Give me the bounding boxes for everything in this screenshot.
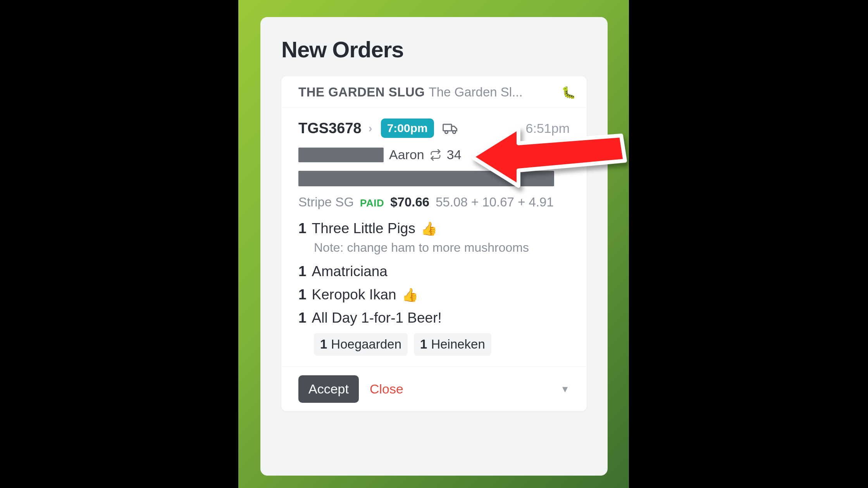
sub-item: 1 Hoegaarden [314,333,408,356]
customer-name: Aaron [389,147,424,162]
delivery-truck-icon [442,122,459,135]
redacted-phone [298,148,384,162]
line-item: 1 Amatriciana [298,263,570,280]
close-button[interactable]: Close [370,381,403,397]
line-item-qty: 1 [298,263,307,280]
line-item: 1 Three Little Pigs 👍 [298,220,570,237]
order-card-body: TGS3678 › 7:00pm 6:51pm Aaron [281,108,587,366]
redacted-address [298,171,554,186]
line-item-qty: 1 [298,287,307,303]
merchant-subtitle: The Garden Sl... [429,85,558,100]
modal-title: New Orders [281,36,587,62]
line-item-name: Three Little Pigs [312,220,415,237]
accept-button[interactable]: Accept [298,375,359,403]
sub-item-qty: 1 [320,337,327,352]
merchant-name: THE GARDEN SLUG [298,85,425,100]
line-item-name: Amatriciana [312,263,388,280]
order-card: THE GARDEN SLUG The Garden Sl... 🐛 TGS36… [281,76,587,411]
repeat-order-count: 34 [447,147,462,162]
line-item-name: Keropok Ikan [312,287,396,303]
customer-row: Aaron 34 [298,147,570,162]
placed-time: 6:51pm [526,121,570,136]
line-item-qty: 1 [298,220,307,237]
payment-total: $70.66 [390,195,429,210]
chevron-right-icon: › [369,122,372,135]
redacted-address-row [298,171,570,186]
new-orders-modal: New Orders THE GARDEN SLUG The Garden Sl… [260,17,608,476]
thumbs-up-icon: 👍 [421,221,437,236]
payment-row: Stripe SG PAID $70.66 55.08 + 10.67 + 4.… [298,195,570,210]
order-card-header[interactable]: THE GARDEN SLUG The Garden Sl... 🐛 [281,76,587,108]
order-card-footer: Accept Close ▼ [281,366,587,411]
svg-rect-0 [443,124,451,131]
line-item-note: Note: change ham to more mushrooms [314,241,570,255]
svg-point-2 [453,131,455,133]
payment-breakdown: 55.08 + 10.67 + 4.91 [436,195,554,210]
more-options-icon[interactable]: ▼ [560,384,570,395]
line-item-qty: 1 [298,310,307,326]
sub-items-row: 1 Hoegaarden 1 Heineken [314,333,570,356]
merchant-logo-icon: 🐛 [561,86,576,99]
payment-status: PAID [360,197,384,209]
line-item: 1 All Day 1-for-1 Beer! [298,310,570,326]
payment-processor: Stripe SG [298,195,354,210]
line-item-name: All Day 1-for-1 Beer! [312,310,442,326]
repeat-customer-icon [430,149,441,161]
thumbs-up-icon: 👍 [402,287,418,302]
svg-point-1 [445,131,448,133]
sub-item: 1 Heineken [414,333,491,356]
sub-item-name: Hoegaarden [331,337,401,352]
scheduled-time-badge: 7:00pm [381,119,434,138]
order-summary-row: TGS3678 › 7:00pm 6:51pm [298,119,570,138]
line-item: 1 Keropok Ikan 👍 [298,287,570,303]
order-id[interactable]: TGS3678 [298,120,362,137]
sub-item-name: Heineken [431,337,485,352]
sub-item-qty: 1 [420,337,427,352]
